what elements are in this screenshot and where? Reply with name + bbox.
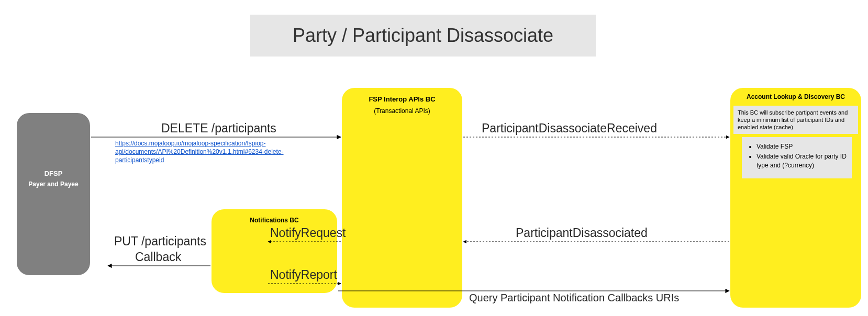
- node-dfsp: DFSP Payer and Payee: [17, 113, 90, 275]
- edge-label-put-callback-line2: Callback: [135, 250, 181, 264]
- edge-label-notify-report: NotifyReport: [270, 268, 337, 282]
- node-fsp-interop: FSP Interop APIs BC (Transactional APIs): [342, 88, 462, 308]
- spec-link[interactable]: https://docs.mojaloop.io/mojaloop-specif…: [115, 139, 325, 165]
- edge-label-participant-disassociate-received: ParticipantDisassociateReceived: [482, 121, 657, 136]
- diagram-title: Party / Participant Disassociate: [250, 15, 596, 57]
- fsp-title: FSP Interop APIs BC: [342, 95, 462, 103]
- ald-steps: Validate FSP Validate valid Oracle for p…: [742, 137, 852, 178]
- ald-title: Account Lookup & Discovery BC: [730, 93, 861, 101]
- dfsp-title: DFSP: [17, 170, 90, 177]
- dfsp-subtitle: Payer and Payee: [17, 180, 90, 188]
- fsp-subtitle: (Transactional APIs): [342, 107, 462, 115]
- ald-step: Validate FSP: [756, 142, 847, 151]
- edge-label-delete-participants: DELETE /participants: [161, 121, 276, 136]
- edge-label-put-callback-line1: PUT /participants: [114, 234, 206, 249]
- ald-step: Validate valid Oracle for party ID type …: [756, 152, 847, 170]
- node-account-lookup-discovery: Account Lookup & Discovery BC This BC wi…: [730, 88, 861, 308]
- edge-label-query-callbacks: Query Participant Notification Callbacks…: [469, 292, 679, 304]
- edge-label-participant-disassociated: ParticipantDisassociated: [516, 226, 648, 240]
- ald-note: This BC will subscribe partipant events …: [733, 106, 858, 134]
- edge-label-notify-request: NotifyRequest: [270, 226, 346, 240]
- notifications-title: Notifications BC: [212, 217, 337, 224]
